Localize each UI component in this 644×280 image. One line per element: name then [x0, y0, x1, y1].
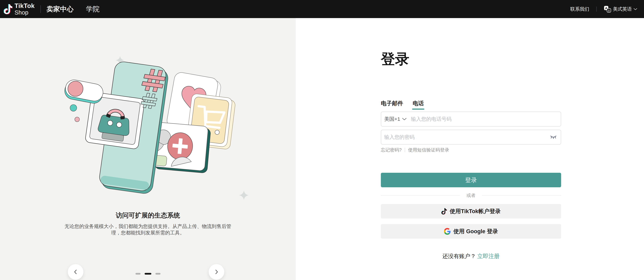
carousel-description: 无论您的业务规模大小，我们都能为您提供支持。从产品上传、物流到售后管理，您都能找…: [64, 223, 232, 236]
tab-email[interactable]: 电子邮件: [381, 100, 403, 110]
country-code-selector[interactable]: 美国+1: [384, 116, 406, 123]
brand-wordmark: TikTok Shop: [14, 3, 35, 15]
google-login-button[interactable]: 使用 Google 登录: [381, 224, 561, 239]
brand-line2: Shop: [14, 9, 35, 15]
carousel-dot-active[interactable]: [144, 273, 151, 275]
header-divider: [40, 5, 41, 13]
login-tabs: 电子邮件 电话: [381, 100, 561, 110]
divider-line: [482, 195, 561, 196]
tiktok-note-icon: [441, 208, 447, 214]
helper-links: 忘记密码? 使用短信验证码登录: [381, 147, 561, 153]
header-right: 联系我们 A 文 美式英语: [570, 5, 637, 13]
main-content: 访问可扩展的生态系统 无论您的业务规模大小，我们都能为您提供支持。从产品上传、物…: [0, 18, 644, 280]
sparkle-icon: [239, 190, 249, 200]
top-header: TikTok Shop 卖家中心 学院 联系我们 A 文 美式英语: [0, 0, 644, 18]
carousel-dot[interactable]: [156, 273, 160, 275]
google-login-label: 使用 Google 登录: [454, 228, 498, 235]
sms-login-link[interactable]: 使用短信验证码登录: [408, 147, 449, 153]
promo-panel: 访问可扩展的生态系统 无论您的业务规模大小，我们都能为您提供支持。从产品上传、物…: [0, 18, 296, 280]
carousel-title: 访问可扩展的生态系统: [0, 211, 296, 220]
google-g-icon: [444, 228, 451, 235]
header-divider: [596, 6, 597, 12]
carousel-dots: [0, 273, 296, 275]
register-link[interactable]: 立即注册: [477, 253, 500, 259]
carousel-next-button[interactable]: [209, 264, 224, 280]
language-label: 美式英语: [613, 6, 632, 12]
toggle-illustration: [63, 78, 104, 105]
login-form: 登录 电子邮件 电话 美国+1: [381, 18, 561, 260]
carousel-dot[interactable]: [136, 273, 140, 275]
chevron-down-icon: [634, 8, 637, 10]
tiktok-login-button[interactable]: 使用TikTok帐户登录: [381, 204, 561, 219]
tiktok-note-icon: [4, 4, 12, 14]
register-row: 还没有账户？立即注册: [381, 253, 561, 260]
password-input[interactable]: [384, 134, 557, 140]
or-divider: 或者: [381, 192, 561, 198]
login-button[interactable]: 登录: [381, 173, 561, 187]
tiktok-login-label: 使用TikTok帐户登录: [450, 208, 500, 215]
nav-seller-center[interactable]: 卖家中心: [46, 4, 74, 14]
password-visibility-toggle[interactable]: [550, 135, 557, 139]
links-divider: [405, 148, 405, 152]
brand-line1: TikTok: [14, 3, 35, 9]
nav-academy[interactable]: 学院: [86, 4, 100, 14]
phone-input[interactable]: [411, 116, 557, 122]
tab-phone[interactable]: 电话: [413, 100, 424, 110]
contact-us-link[interactable]: 联系我们: [570, 6, 589, 12]
brand-logo[interactable]: TikTok Shop: [4, 3, 35, 15]
chevron-down-icon: [402, 118, 406, 121]
header-nav: 卖家中心 学院: [46, 4, 112, 14]
country-code-label: 美国+1: [384, 116, 400, 123]
svg-text:文: 文: [608, 9, 610, 12]
no-account-label: 还没有账户？: [442, 253, 476, 259]
carousel-caption: 访问可扩展的生态系统 无论您的业务规模大小，我们都能为您提供支持。从产品上传、物…: [0, 211, 296, 236]
or-label: 或者: [466, 192, 476, 198]
language-selector[interactable]: A 文 美式英语: [604, 5, 637, 13]
login-panel: 登录 电子邮件 电话 美国+1: [296, 18, 644, 280]
divider-line: [381, 195, 460, 196]
password-field[interactable]: [381, 130, 561, 144]
phone-field[interactable]: 美国+1: [381, 112, 561, 127]
carousel-prev-button[interactable]: [68, 264, 84, 280]
translate-icon: A 文: [604, 5, 611, 13]
eye-closed-icon: [550, 135, 557, 139]
seller-ecosystem-illustration: [61, 54, 254, 202]
forgot-password-link[interactable]: 忘记密码?: [381, 147, 402, 153]
page-title: 登录: [381, 51, 561, 67]
